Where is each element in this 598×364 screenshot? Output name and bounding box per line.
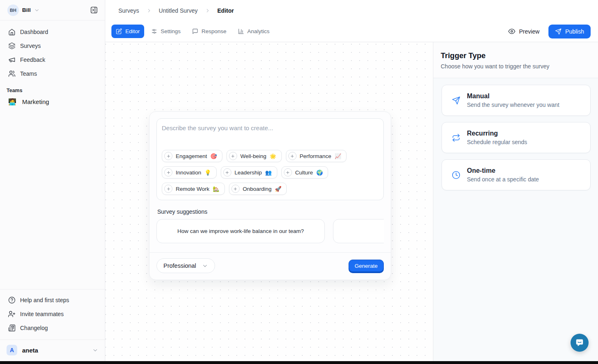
- breadcrumb-editor: Editor: [217, 7, 234, 14]
- sidebar-spacer: [0, 109, 105, 289]
- topic-chip-culture[interactable]: Culture 🌍: [281, 166, 328, 179]
- sidebar-item-label: Feedback: [20, 57, 45, 63]
- bar-chart-icon: [238, 28, 244, 34]
- panel-body: Manual Send the survey whenever you want…: [433, 78, 598, 190]
- layers-icon: [8, 42, 16, 50]
- house-emoji: 🏡: [213, 186, 219, 192]
- home-icon: [8, 28, 16, 36]
- sidebar-item-invite[interactable]: Invite teammates: [4, 307, 101, 321]
- ai-composer-card: Describe the survey you want to create..…: [149, 111, 391, 280]
- trigger-option-manual[interactable]: Manual Send the survey whenever you want: [442, 85, 591, 116]
- topic-chip-innovation[interactable]: Innovation 💡: [162, 166, 217, 179]
- survey-prompt-input[interactable]: Describe the survey you want to create..…: [156, 118, 384, 200]
- repeat-icon: [452, 133, 460, 142]
- suggestion-card-2[interactable]: What are the main ob: [333, 219, 384, 243]
- trigger-option-description: Schedule regular sends: [467, 139, 527, 145]
- plus-circle-icon: [164, 152, 172, 160]
- toolbar: Editor Settings Response: [105, 21, 598, 42]
- tone-value: Professional: [163, 262, 196, 269]
- sidebar-item-changelog[interactable]: Changelog: [4, 321, 101, 335]
- topic-chip-leadership[interactable]: Leadership 👥: [221, 166, 277, 179]
- tab-response[interactable]: Response: [188, 25, 231, 38]
- topic-chip-engagement[interactable]: Engagement 🎯: [162, 150, 222, 162]
- chat-bubble-icon: [575, 338, 584, 347]
- edit-icon: [116, 28, 122, 34]
- workspace-avatar: BH: [7, 5, 19, 16]
- message-icon: [192, 28, 198, 34]
- tab-editor[interactable]: Editor: [111, 25, 144, 38]
- user-plus-icon: [8, 310, 16, 318]
- tab-label: Settings: [161, 28, 181, 34]
- suggestion-card-1[interactable]: How can we improve work-life balance in …: [156, 219, 325, 243]
- chevron-down-icon: [34, 7, 40, 13]
- users-icon: [8, 70, 16, 77]
- panel-title: Trigger Type: [441, 51, 591, 60]
- tone-select[interactable]: Professional: [156, 258, 215, 273]
- sidebar: BH Bill Dashboard Surv: [0, 0, 105, 361]
- chip-label: Leadership: [235, 170, 262, 176]
- sidebar-item-feedback[interactable]: Feedback: [4, 53, 101, 66]
- panel-subtitle: Choose how you want to trigger the surve…: [441, 63, 591, 70]
- tab-label: Response: [202, 28, 227, 34]
- toolbar-actions: Preview Publish: [508, 25, 591, 38]
- chip-label: Engagement: [176, 153, 207, 159]
- dart-emoji: 🎯: [211, 154, 217, 159]
- topic-chips: Engagement 🎯 Well-being 🌟: [162, 150, 378, 195]
- trigger-option-one-time[interactable]: One-time Send once at a specific date: [442, 159, 591, 190]
- breadcrumb-survey-name[interactable]: Untitled Survey: [159, 7, 198, 14]
- sidebar-team-marketing[interactable]: 🧑‍💻 Marketing: [0, 95, 105, 109]
- rocket-emoji: 🚀: [275, 186, 281, 192]
- tab-settings[interactable]: Settings: [147, 25, 185, 38]
- trigger-option-description: Send once at a specific date: [467, 176, 539, 183]
- main-area: Surveys Untitled Survey Editor Editor: [105, 0, 598, 361]
- sidebar-item-dashboard[interactable]: Dashboard: [4, 25, 101, 38]
- breadcrumb-surveys[interactable]: Surveys: [118, 7, 139, 14]
- trigger-option-recurring[interactable]: Recurring Schedule regular sends: [442, 122, 591, 153]
- chat-launcher-button[interactable]: [571, 334, 589, 352]
- plus-circle-icon: [231, 185, 240, 193]
- toolbar-tabs: Editor Settings Response: [111, 25, 274, 38]
- tab-analytics[interactable]: Analytics: [233, 25, 274, 38]
- newspaper-icon: [8, 324, 16, 332]
- workspace-name: Bill: [22, 7, 31, 13]
- topic-chip-wellbeing[interactable]: Well-being 🌟: [227, 150, 282, 162]
- megaphone-icon: [8, 56, 16, 63]
- chip-label: Innovation: [176, 170, 201, 176]
- app-window: BH Bill Dashboard Surv: [0, 0, 598, 361]
- editor-canvas[interactable]: Describe the survey you want to create..…: [105, 42, 433, 361]
- sidebar-item-label: Teams: [20, 70, 37, 77]
- light-bulb-emoji: 💡: [204, 170, 211, 175]
- sidebar-item-teams[interactable]: Teams: [4, 67, 101, 80]
- preview-button[interactable]: Preview: [508, 28, 539, 35]
- content-area: Describe the survey you want to create..…: [105, 42, 598, 361]
- sidebar-item-label: Help and first steps: [20, 297, 69, 303]
- publish-button[interactable]: Publish: [548, 25, 591, 38]
- team-name: Marketing: [22, 98, 49, 105]
- topic-chip-performance[interactable]: Performance 📈: [286, 150, 347, 162]
- globe-emoji: 🌍: [316, 170, 323, 175]
- generate-button[interactable]: Generate: [349, 260, 384, 272]
- chip-label: Performance: [300, 153, 331, 159]
- chevron-down-icon: [202, 263, 208, 269]
- preview-label: Preview: [519, 28, 539, 35]
- sidebar-item-label: Dashboard: [20, 29, 48, 35]
- sidebar-item-help[interactable]: Help and first steps: [4, 294, 101, 307]
- topic-chip-onboarding[interactable]: Onboarding 🚀: [229, 183, 287, 195]
- sidebar-footer: Help and first steps Invite teammates Ch…: [0, 289, 105, 336]
- user-menu[interactable]: A aneta: [0, 339, 105, 361]
- plus-circle-icon: [223, 168, 231, 176]
- chip-label: Onboarding: [243, 186, 272, 192]
- sidebar-item-surveys[interactable]: Surveys: [4, 39, 101, 52]
- topic-chip-remote-work[interactable]: Remote Work 🏡: [162, 183, 225, 195]
- plus-circle-icon: [164, 168, 172, 176]
- tab-label: Analytics: [247, 28, 270, 34]
- glowing-star-emoji: 🌟: [270, 154, 276, 159]
- suggestions-row: How can we improve work-life balance in …: [156, 219, 384, 243]
- workspace-switcher[interactable]: BH Bill: [0, 0, 105, 20]
- chip-label: Culture: [295, 170, 313, 176]
- sidebar-collapse-button[interactable]: [88, 4, 100, 16]
- plus-circle-icon: [229, 152, 237, 160]
- trigger-option-title: One-time: [467, 167, 539, 174]
- chevron-right-icon: [146, 8, 152, 14]
- sidebar-nav: Dashboard Surveys Feedback Teams: [0, 20, 105, 80]
